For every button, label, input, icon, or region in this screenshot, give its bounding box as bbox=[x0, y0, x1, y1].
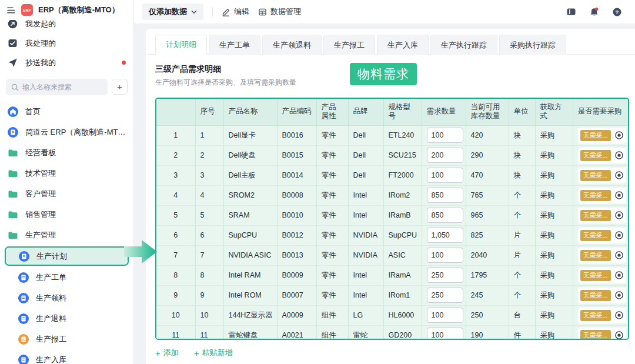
tab-1[interactable]: 生产工单 bbox=[209, 35, 260, 55]
demand-qty-input[interactable] bbox=[427, 148, 463, 163]
sidebar-item-production-picking[interactable]: 生产领料 bbox=[0, 288, 133, 308]
cell-stock: 420 bbox=[466, 125, 509, 145]
tab-4[interactable]: 生产入库 bbox=[377, 35, 429, 55]
radio-target-icon[interactable] bbox=[614, 131, 624, 140]
purchase-tag[interactable]: 无需采... bbox=[580, 130, 611, 141]
sidebar-quick-item[interactable]: 抄送我的 bbox=[0, 53, 133, 72]
sidebar-item-production-return[interactable]: 生产退料 bbox=[0, 308, 133, 329]
purchase-tag[interactable]: 无需采... bbox=[580, 150, 611, 161]
sidebar-item-home[interactable]: 首页 bbox=[0, 101, 133, 122]
toolbar-right-group: ? bbox=[566, 7, 627, 17]
radio-target-icon[interactable] bbox=[614, 251, 624, 260]
demand-qty-input[interactable] bbox=[427, 308, 463, 323]
purchase-tag[interactable]: 无需采... bbox=[580, 250, 611, 261]
tab-6[interactable]: 采购执行跟踪 bbox=[499, 35, 566, 55]
section-subtitle: 生产物料可选择是否采购、及填写需采购数量 bbox=[155, 78, 635, 88]
cell-seq: 2 bbox=[195, 145, 223, 165]
sidebar-add-button[interactable]: + bbox=[112, 79, 128, 95]
tab-0[interactable]: 计划明细 bbox=[155, 35, 207, 55]
sidebar-item-production-inbound[interactable]: 生产入库 bbox=[0, 349, 133, 364]
radio-target-icon[interactable] bbox=[614, 151, 624, 160]
purchase-tag[interactable]: 无需采... bbox=[580, 190, 611, 201]
purchase-tag[interactable]: 无需采... bbox=[580, 310, 611, 321]
sidebar-item-production-plan[interactable]: 生产计划 bbox=[5, 246, 129, 266]
demand-qty-input[interactable] bbox=[427, 268, 463, 283]
radio-target-icon[interactable] bbox=[614, 271, 624, 280]
purchase-select[interactable]: 无需采... bbox=[578, 268, 626, 283]
sidebar-item-business-board[interactable]: 经营看板 bbox=[0, 142, 133, 163]
paste-add-button[interactable]: + 粘贴新增 bbox=[194, 348, 233, 358]
cell-unit: 个 bbox=[509, 285, 535, 305]
sidebar-item-production-report[interactable]: 生产报工 bbox=[0, 329, 133, 349]
sidebar-quick-item[interactable]: 我处理的 bbox=[0, 34, 133, 53]
sidebar-item-customer-mgmt[interactable]: 客户管理 bbox=[0, 183, 133, 204]
purchase-tag[interactable]: 无需采... bbox=[580, 230, 611, 241]
tab-2[interactable]: 生产领退料 bbox=[262, 35, 322, 55]
search-row: 输入名称来搜索 + bbox=[6, 79, 128, 95]
purchase-tag[interactable]: 无需采... bbox=[580, 270, 611, 281]
purchase-select[interactable]: 无需采... bbox=[578, 128, 626, 143]
cell-product-attr: 零件 bbox=[316, 205, 348, 225]
sidebar-scroll: 我发起的 我处理的 抄送我的 输入名称来搜索 + 首页 简道云 ERP（离散制造… bbox=[0, 0, 133, 364]
radio-target-icon[interactable] bbox=[614, 231, 624, 240]
sidebar-nav: 首页 简道云 ERP（离散制造-MTO）... 经营看板 技术管理 客户管理 销… bbox=[0, 101, 133, 364]
data-manage-button[interactable]: 数据管理 bbox=[258, 6, 301, 17]
purchase-tag[interactable]: 无需采... bbox=[580, 170, 611, 181]
cell-seq: 8 bbox=[195, 265, 223, 285]
cell-product-code: B0013 bbox=[277, 245, 316, 265]
demand-qty-input[interactable] bbox=[427, 328, 463, 340]
cell-stock: 2040 bbox=[466, 245, 509, 265]
tab-3[interactable]: 生产报工 bbox=[323, 35, 375, 55]
help-icon[interactable]: ? bbox=[612, 7, 622, 17]
sidebar-item-sales-mgmt[interactable]: 销售管理 bbox=[0, 204, 133, 225]
cell-seq: 6 bbox=[195, 225, 223, 245]
column-header-3: 产品编码 bbox=[277, 99, 316, 125]
cell-seq: 11 bbox=[195, 325, 223, 340]
purchase-select[interactable]: 无需采... bbox=[578, 308, 626, 323]
purchase-select[interactable]: 无需采... bbox=[578, 228, 626, 243]
radio-target-icon[interactable] bbox=[614, 330, 624, 340]
purchase-tag[interactable]: 无需采... bbox=[580, 330, 611, 340]
purchase-select[interactable]: 无需采... bbox=[578, 188, 626, 203]
demand-qty-input[interactable] bbox=[427, 168, 463, 183]
edit-button[interactable]: 编辑 bbox=[222, 6, 249, 17]
bell-icon[interactable] bbox=[589, 7, 599, 17]
radio-target-icon[interactable] bbox=[614, 211, 624, 220]
purchase-tag[interactable]: 无需采... bbox=[580, 210, 611, 221]
purchase-select[interactable]: 无需采... bbox=[578, 208, 626, 223]
purchase-tag[interactable]: 无需采... bbox=[580, 290, 611, 301]
cell-product-code: B0007 bbox=[277, 285, 316, 305]
cell-brand: NVIDIA bbox=[348, 245, 383, 265]
demand-qty-input[interactable] bbox=[427, 288, 463, 303]
radio-target-icon[interactable] bbox=[614, 191, 624, 200]
add-row-button[interactable]: + 添加 bbox=[155, 348, 179, 358]
sidebar-item-tech-mgmt[interactable]: 技术管理 bbox=[0, 163, 133, 183]
cell-product-attr: 组件 bbox=[316, 325, 348, 340]
purchase-select[interactable]: 无需采... bbox=[578, 168, 626, 183]
hamburger-menu-icon[interactable] bbox=[6, 6, 16, 15]
purchase-select[interactable]: 无需采... bbox=[578, 288, 626, 303]
cell-seq: 3 bbox=[195, 165, 223, 185]
tab-5[interactable]: 生产执行跟踪 bbox=[430, 35, 497, 55]
purchase-select[interactable]: 无需采... bbox=[578, 248, 626, 263]
demand-qty-input[interactable] bbox=[427, 208, 463, 223]
table-row: 4 4 SROM2 B0008 零件 Intel IRom2 765 个 采购 … bbox=[156, 185, 628, 205]
purchase-select[interactable]: 无需采... bbox=[578, 328, 626, 340]
sidebar-item-production-mgmt[interactable]: 生产管理 bbox=[0, 225, 133, 245]
radio-target-icon[interactable] bbox=[614, 310, 624, 320]
add-data-dropdown[interactable]: 仅添加数据 bbox=[142, 4, 203, 20]
demand-qty-input[interactable] bbox=[427, 228, 463, 243]
demand-qty-input[interactable] bbox=[427, 128, 463, 143]
sidebar-item-production-workorder[interactable]: 生产工单 bbox=[0, 267, 133, 288]
demand-qty-input[interactable] bbox=[427, 188, 463, 203]
cell-product-attr: 组件 bbox=[316, 305, 348, 325]
radio-target-icon[interactable] bbox=[614, 171, 624, 180]
demand-qty-input[interactable] bbox=[427, 248, 463, 263]
purchase-select[interactable]: 无需采... bbox=[578, 148, 626, 163]
cell-unit: 块 bbox=[509, 145, 535, 165]
cell-method: 采购 bbox=[535, 285, 573, 305]
search-input[interactable]: 输入名称来搜索 bbox=[6, 79, 108, 95]
panel-toggle-icon[interactable] bbox=[566, 7, 576, 17]
radio-target-icon[interactable] bbox=[614, 290, 624, 300]
sidebar-item-jiandaoyun-erp[interactable]: 简道云 ERP（离散制造-MTO）... bbox=[0, 122, 133, 142]
